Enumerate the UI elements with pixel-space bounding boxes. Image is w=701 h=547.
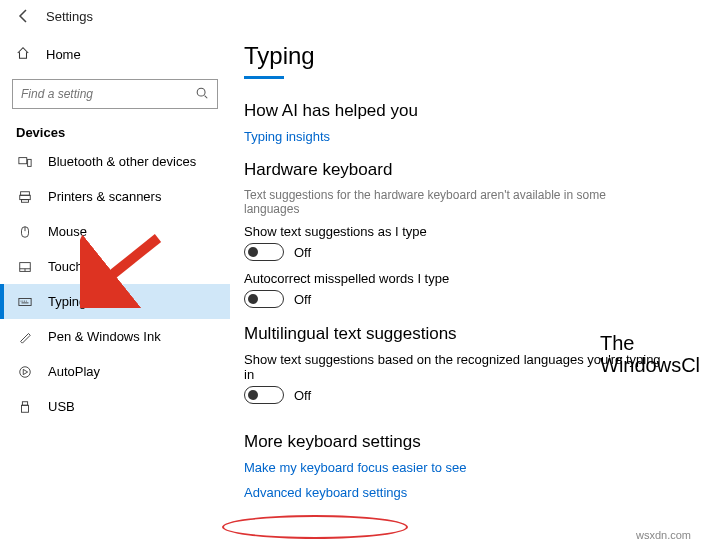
pen-icon bbox=[16, 330, 34, 344]
setting-multi-label: Show text suggestions based on the recog… bbox=[244, 352, 664, 382]
svg-rect-3 bbox=[21, 191, 30, 195]
sidebar-item-touchpad[interactable]: Touchpad bbox=[0, 249, 230, 284]
toggle-text-suggestions[interactable] bbox=[244, 243, 284, 261]
sidebar-group-header: Devices bbox=[0, 117, 230, 144]
sidebar-item-pen[interactable]: Pen & Windows Ink bbox=[0, 319, 230, 354]
section-ai-header: How AI has helped you bbox=[244, 101, 681, 121]
touchpad-icon bbox=[16, 260, 34, 274]
sidebar-item-label: Mouse bbox=[48, 224, 87, 239]
keyboard-icon bbox=[16, 295, 34, 309]
sidebar-item-label: AutoPlay bbox=[48, 364, 100, 379]
section-hardware-header: Hardware keyboard bbox=[244, 160, 681, 180]
svg-rect-11 bbox=[19, 298, 31, 305]
svg-rect-18 bbox=[22, 401, 27, 405]
svg-point-17 bbox=[20, 366, 31, 377]
content-pane: Typing How AI has helped you Typing insi… bbox=[230, 32, 701, 547]
sidebar-item-label: Pen & Windows Ink bbox=[48, 329, 161, 344]
title-underline bbox=[244, 76, 284, 79]
link-typing-insights[interactable]: Typing insights bbox=[244, 129, 681, 144]
window-title: Settings bbox=[46, 9, 93, 24]
svg-rect-1 bbox=[19, 157, 27, 163]
toggle-multi-state: Off bbox=[294, 388, 311, 403]
sidebar: Home Devices Bluetooth & other devices P… bbox=[0, 32, 230, 547]
toggle-autocorrect[interactable] bbox=[244, 290, 284, 308]
sidebar-item-bluetooth[interactable]: Bluetooth & other devices bbox=[0, 144, 230, 179]
sidebar-item-label: Printers & scanners bbox=[48, 189, 161, 204]
svg-rect-2 bbox=[28, 159, 32, 166]
mouse-icon bbox=[16, 225, 34, 239]
sidebar-item-label: Bluetooth & other devices bbox=[48, 154, 196, 169]
hardware-desc: Text suggestions for the hardware keyboa… bbox=[244, 188, 664, 216]
svg-rect-5 bbox=[22, 199, 29, 202]
page-title: Typing bbox=[244, 42, 681, 70]
devices-icon bbox=[16, 155, 34, 169]
attribution: wsxdn.com bbox=[636, 529, 691, 541]
svg-rect-4 bbox=[20, 195, 31, 199]
link-advanced-keyboard[interactable]: Advanced keyboard settings bbox=[244, 485, 681, 500]
sidebar-item-label: Touchpad bbox=[48, 259, 104, 274]
setting-autocorrect-label: Autocorrect misspelled words I type bbox=[244, 271, 664, 286]
search-input[interactable] bbox=[21, 87, 195, 101]
section-multi-header: Multilingual text suggestions bbox=[244, 324, 681, 344]
sidebar-home[interactable]: Home bbox=[0, 38, 230, 71]
sidebar-item-mouse[interactable]: Mouse bbox=[0, 214, 230, 249]
svg-point-0 bbox=[197, 88, 205, 96]
link-focus-easier[interactable]: Make my keyboard focus easier to see bbox=[244, 460, 681, 475]
sidebar-home-label: Home bbox=[46, 47, 81, 62]
toggle-multi[interactable] bbox=[244, 386, 284, 404]
section-more-header: More keyboard settings bbox=[244, 432, 681, 452]
sidebar-item-autoplay[interactable]: AutoPlay bbox=[0, 354, 230, 389]
back-button[interactable] bbox=[6, 0, 42, 32]
svg-rect-19 bbox=[22, 405, 29, 412]
sidebar-item-usb[interactable]: USB bbox=[0, 389, 230, 424]
toggle-text-suggestions-state: Off bbox=[294, 245, 311, 260]
home-icon bbox=[16, 46, 32, 63]
setting-text-suggestions-label: Show text suggestions as I type bbox=[244, 224, 664, 239]
sidebar-item-printers[interactable]: Printers & scanners bbox=[0, 179, 230, 214]
sidebar-item-typing[interactable]: Typing bbox=[0, 284, 230, 319]
printer-icon bbox=[16, 190, 34, 204]
usb-icon bbox=[16, 400, 34, 414]
toggle-autocorrect-state: Off bbox=[294, 292, 311, 307]
search-icon bbox=[195, 86, 209, 103]
titlebar: Settings bbox=[0, 0, 701, 32]
search-box[interactable] bbox=[12, 79, 218, 109]
autoplay-icon bbox=[16, 365, 34, 379]
sidebar-item-label: Typing bbox=[48, 294, 86, 309]
sidebar-item-label: USB bbox=[48, 399, 75, 414]
